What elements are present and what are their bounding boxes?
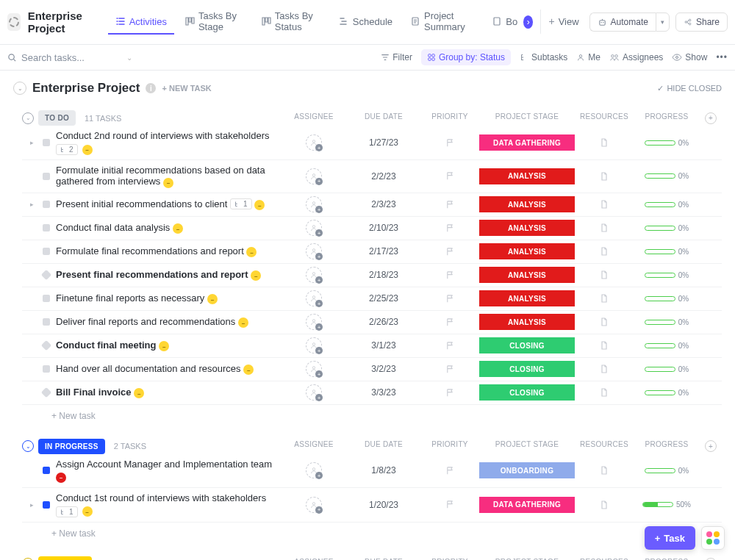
assign-button[interactable]	[306, 384, 322, 401]
status-indicator[interactable]	[41, 387, 51, 398]
more-options-button[interactable]: •••	[716, 52, 728, 62]
stage-cell[interactable]: ANALYSIS	[479, 243, 575, 259]
document-icon[interactable]	[599, 137, 609, 148]
stage-cell[interactable]: CLOSING	[479, 361, 575, 377]
column-header-stage[interactable]: PROJECT STAGE	[479, 440, 575, 452]
status-pill[interactable]: IN REVIEW	[38, 556, 92, 561]
collapse-group-button[interactable]: ⌄	[22, 440, 34, 452]
assign-button[interactable]	[306, 290, 322, 306]
assign-button[interactable]	[306, 361, 322, 377]
add-column-button[interactable]: +	[705, 112, 717, 124]
resources-cell[interactable]	[575, 290, 634, 306]
progress-cell[interactable]: 0%	[634, 337, 700, 353]
document-icon[interactable]	[599, 500, 609, 510]
resources-cell[interactable]	[575, 337, 634, 353]
document-icon[interactable]	[599, 199, 609, 209]
column-header-progress[interactable]: PROGRESS	[634, 440, 700, 452]
progress-cell[interactable]: 0%	[634, 220, 700, 236]
automate-dropdown[interactable]: ▾	[656, 12, 670, 32]
due-date-cell[interactable]: 1/27/23	[347, 134, 420, 151]
flag-icon[interactable]	[445, 138, 455, 148]
document-icon[interactable]	[599, 364, 609, 374]
assign-button[interactable]	[306, 196, 322, 212]
assign-button[interactable]	[306, 497, 322, 513]
tab-tasks-by-stage[interactable]: Tasks By Stage	[177, 4, 251, 40]
flag-icon[interactable]	[445, 270, 455, 280]
priority-cell[interactable]	[420, 384, 479, 401]
progress-cell[interactable]: 0%	[634, 196, 700, 212]
due-date-cell[interactable]: 3/1/23	[347, 337, 420, 353]
info-icon[interactable]: i	[146, 83, 156, 93]
status-indicator[interactable]	[43, 501, 50, 509]
tab-project-summary[interactable]: Project Summary	[403, 4, 481, 40]
task-row[interactable]: ▸ Conduct 2nd round of interviews with s…	[22, 126, 722, 160]
progress-cell[interactable]: 50%	[634, 497, 700, 513]
flag-icon[interactable]	[445, 388, 455, 398]
status-indicator[interactable]	[43, 248, 50, 255]
priority-cell[interactable]	[420, 290, 479, 306]
priority-cell[interactable]	[420, 243, 479, 259]
priority-cell[interactable]	[420, 314, 479, 330]
task-row[interactable]: Conduct final meeting – 3/1/23 CLOSING 0…	[22, 334, 722, 358]
status-pill[interactable]: TO DO	[38, 110, 76, 126]
task-row[interactable]: Formulate final recommendations and repo…	[22, 240, 722, 264]
column-header-priority[interactable]: PRIORITY	[420, 112, 479, 124]
column-header-resources[interactable]: RESOURCES	[575, 112, 634, 124]
tab-tasks-by-status[interactable]: Tasks By Status	[254, 4, 329, 40]
task-row[interactable]: Assign Account Manager and Implementatio…	[22, 454, 722, 488]
flag-icon[interactable]	[445, 223, 455, 233]
status-indicator[interactable]	[41, 270, 51, 280]
expand-row-button[interactable]: ▸	[26, 139, 37, 146]
document-icon[interactable]	[599, 293, 609, 304]
status-indicator[interactable]	[43, 467, 50, 474]
progress-cell[interactable]: 0%	[634, 243, 700, 259]
column-header-duedate[interactable]: DUE DATE	[347, 112, 420, 124]
task-title[interactable]: Present final recommendations and report	[56, 269, 248, 280]
show-button[interactable]: Show	[672, 52, 707, 62]
add-column-button[interactable]: +	[705, 440, 717, 452]
resources-cell[interactable]	[575, 462, 634, 478]
resources-cell[interactable]	[575, 497, 634, 513]
progress-cell[interactable]: 0%	[634, 384, 700, 401]
due-date-cell[interactable]: 2/3/23	[347, 196, 420, 212]
due-date-cell[interactable]: 1/20/23	[347, 497, 420, 513]
task-title[interactable]: Formulate final recommendations and repo…	[56, 245, 244, 256]
assign-button[interactable]	[306, 243, 322, 259]
status-indicator[interactable]	[43, 318, 50, 326]
search-input[interactable]: Search tasks... ⌄	[7, 52, 132, 63]
stage-cell[interactable]: ANALYSIS	[479, 196, 575, 212]
priority-cell[interactable]	[420, 267, 479, 283]
task-title[interactable]: Present initial recommendations to clien…	[56, 198, 227, 209]
column-header-resources[interactable]: RESOURCES	[575, 440, 634, 452]
assign-button[interactable]	[306, 220, 322, 236]
priority-cell[interactable]	[420, 337, 479, 353]
task-row[interactable]: Formulate initial recommendations based …	[22, 160, 722, 193]
document-icon[interactable]	[599, 317, 609, 327]
document-icon[interactable]	[599, 246, 609, 256]
stage-cell[interactable]: ANALYSIS	[479, 290, 575, 306]
column-header-progress[interactable]: PROGRESS	[634, 112, 700, 124]
priority-cell[interactable]	[420, 361, 479, 377]
resources-cell[interactable]	[575, 314, 634, 330]
flag-icon[interactable]	[445, 247, 455, 256]
task-title[interactable]: Assign Account Manager and Implementatio…	[56, 459, 272, 470]
collapse-group-button[interactable]: ⌄	[22, 112, 34, 124]
status-indicator[interactable]	[43, 201, 50, 208]
flag-icon[interactable]	[445, 365, 455, 374]
document-icon[interactable]	[599, 340, 609, 351]
collapse-list-button[interactable]: ⌄	[13, 82, 26, 95]
expand-row-button[interactable]: ▸	[26, 201, 37, 208]
assign-button[interactable]	[306, 314, 322, 330]
status-pill[interactable]: IN PROGRESS	[38, 439, 105, 454]
automate-button[interactable]: Automate	[589, 12, 656, 32]
due-date-cell[interactable]: 2/25/23	[347, 290, 420, 306]
column-header-priority[interactable]: PRIORITY	[420, 440, 479, 452]
resources-cell[interactable]	[575, 134, 634, 151]
subtask-count-badge[interactable]: 2	[56, 144, 78, 155]
status-indicator[interactable]	[43, 173, 50, 180]
groupby-button[interactable]: Group by: Status	[421, 49, 511, 65]
resources-cell[interactable]	[575, 384, 634, 401]
progress-cell[interactable]: 0%	[634, 462, 700, 478]
priority-cell[interactable]	[420, 134, 479, 151]
create-task-fab[interactable]: +Task	[645, 526, 695, 550]
